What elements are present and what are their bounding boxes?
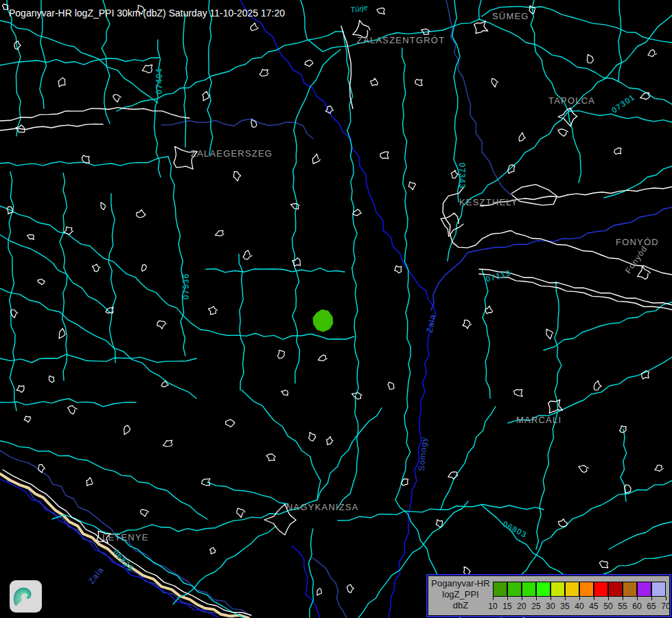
village-outline	[24, 416, 31, 422]
village-outline	[281, 390, 288, 396]
village-outline	[594, 380, 601, 390]
road-minor-line	[206, 268, 345, 272]
legend-tick-label: 45	[586, 602, 601, 611]
road-minor-line	[604, 166, 672, 198]
village-outline	[587, 54, 593, 63]
village-outline	[371, 78, 378, 86]
village-outline	[259, 69, 268, 76]
village-outline	[237, 508, 245, 518]
road-minor-line	[242, 390, 321, 500]
legend-color-box	[608, 582, 623, 597]
road-minor-line	[8, 172, 16, 411]
legend-tick-mark	[594, 597, 594, 600]
village-outline	[625, 485, 631, 493]
road-minor-line	[173, 526, 276, 604]
legend-tick-label: 25	[529, 602, 544, 611]
village-outline	[546, 329, 553, 339]
village-outline	[395, 266, 402, 273]
road-minor-line	[7, 0, 21, 136]
legend-panel: Poganyvar-HR logZ_PPI dbZ 10152025303540…	[428, 575, 670, 616]
river-dark-line	[446, 0, 511, 195]
village-outline	[202, 479, 210, 485]
village-outline	[491, 78, 498, 87]
legend-tick-label: 50	[601, 602, 616, 611]
village-outline	[558, 129, 568, 137]
legend-color-box	[493, 582, 507, 597]
road-minor-line	[479, 19, 672, 104]
road-major-line	[0, 108, 189, 121]
village-outline	[317, 588, 322, 596]
legend-color-box	[623, 582, 637, 597]
radar-echo	[313, 310, 333, 332]
legend-tick-label: 65	[644, 602, 659, 611]
village-outline	[64, 227, 73, 234]
legend-color-box	[551, 582, 565, 597]
village-outline	[137, 210, 146, 218]
road-minor-line	[0, 58, 159, 65]
city-label: ZALASZENTGRÓT	[357, 36, 445, 45]
road-minor-line	[0, 157, 168, 165]
village-outline	[655, 465, 664, 471]
village-outline	[648, 49, 657, 56]
village-outline	[313, 154, 321, 163]
legend-tick-label: 10	[485, 602, 500, 611]
village-outline	[113, 95, 121, 102]
road-minor-line	[351, 199, 359, 405]
legend-tick-mark	[522, 597, 522, 600]
village-outline	[210, 547, 216, 553]
road-minor-line	[60, 173, 67, 380]
road-minor-line	[531, 0, 568, 111]
legend-color-box	[536, 582, 551, 597]
road-minor-line	[309, 529, 314, 618]
road-minor-line	[200, 330, 354, 339]
village-outline	[251, 23, 259, 30]
legend-tick-mark	[551, 597, 551, 600]
village-outline	[233, 172, 241, 181]
legend-tick-mark	[637, 597, 638, 600]
legend-tick-label: 40	[572, 602, 587, 611]
road-minor-line	[404, 218, 410, 390]
legend-unit-label: dbZ	[428, 600, 493, 611]
village-outline	[59, 329, 66, 339]
village-outline	[215, 231, 224, 236]
village-outline	[209, 306, 218, 314]
village-outline	[309, 432, 316, 441]
road-minor-line	[0, 288, 196, 398]
village-outline	[68, 406, 78, 414]
village-outline	[142, 65, 152, 73]
village-outline	[157, 321, 166, 329]
road-number-label: 07536	[182, 273, 190, 299]
road-minor-line	[402, 48, 408, 218]
radar-title: Poganyvar-HR logZ_PPI 30km (dbZ) Saturda…	[9, 8, 285, 19]
village-outline	[436, 520, 443, 527]
legend-station-name: Poganyvar-HR	[428, 578, 493, 589]
road-minor-line	[482, 269, 490, 398]
village-outline	[202, 91, 210, 101]
village-outline	[408, 182, 416, 190]
city-label: ZALAEGERSZEG	[191, 149, 273, 158]
legend-text-block: Poganyvar-HR logZ_PPI dbZ	[428, 578, 493, 611]
village-outline	[318, 355, 327, 361]
village-outline	[16, 386, 24, 393]
met-logo	[10, 580, 42, 613]
road-minor-line	[154, 40, 161, 177]
village-outline	[305, 60, 313, 67]
legend-tick-mark	[651, 597, 652, 600]
legend-tick-label: 60	[629, 602, 645, 611]
village-outline	[92, 264, 100, 272]
legend-color-box	[565, 582, 579, 597]
radar-display: Poganyvar-HR logZ_PPI 30km (dbZ) Saturda…	[0, 0, 672, 618]
legend-tick-mark	[565, 597, 566, 600]
road-minor-line	[338, 405, 358, 508]
village-outline	[290, 204, 299, 209]
map-canvas	[0, 0, 672, 618]
road-minor-line	[343, 32, 354, 199]
village-outline	[38, 279, 45, 285]
road-minor-line	[568, 111, 581, 183]
road-minor-line	[293, 49, 340, 179]
road-minor-line	[443, 19, 479, 30]
road-major-line	[511, 185, 557, 205]
river-dark-line	[161, 119, 313, 139]
village-outline	[10, 310, 18, 318]
legend-tick-label: 20	[514, 602, 529, 611]
